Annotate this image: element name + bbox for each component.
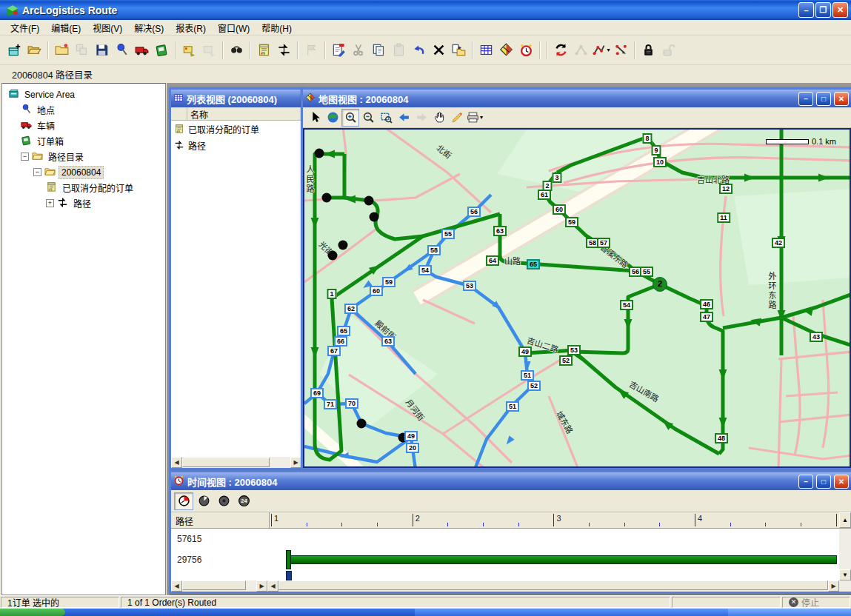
open-project-button[interactable] (24, 40, 44, 60)
taskbar-item[interactable] (415, 609, 728, 616)
menu-item[interactable]: 窗口(W) (212, 20, 256, 36)
stop-dot[interactable] (364, 196, 374, 206)
stop-dot[interactable] (315, 149, 324, 158)
stop-marker[interactable]: 43 (810, 332, 823, 342)
pointer-tool-button[interactable] (306, 109, 324, 127)
stop-marker[interactable]: 62 (344, 304, 358, 314)
tree-item-service-area[interactable]: Service Area (2, 87, 165, 102)
stop-marker[interactable]: 55 (640, 267, 653, 277)
chart-scroll-right-icon[interactable]: ▶ (828, 580, 839, 592)
find-button[interactable] (227, 40, 247, 60)
scroll-up-icon[interactable]: ▲ (839, 512, 851, 528)
stop-marker[interactable]: 59 (382, 277, 396, 287)
map-canvas[interactable]: 0.1 km 北街人民路光街山路吉山北路智溪东路外环东路吉山南路月河街城东路殿前… (303, 128, 851, 468)
scroll-left-icon[interactable]: ◀ (171, 457, 182, 468)
list-hscroll-thumb[interactable] (182, 458, 270, 467)
stop-marker[interactable]: 64 (486, 255, 499, 266)
stop-marker[interactable]: 54 (418, 265, 432, 275)
clock-full-button[interactable] (214, 492, 233, 510)
delete-button[interactable] (429, 40, 449, 60)
stop-marker[interactable]: 65 (337, 326, 350, 336)
stop-marker[interactable]: 66 (334, 336, 347, 346)
stop-marker[interactable]: 10 (653, 157, 667, 167)
new-project-button[interactable] (4, 40, 24, 60)
pan-tool-button[interactable] (430, 109, 448, 127)
new-folder-button[interactable] (52, 40, 72, 60)
stop-marker[interactable]: 52 (559, 355, 573, 366)
time-view-titlebar[interactable]: 时间视图 : 20060804 – □ ✕ (171, 472, 851, 490)
list-item[interactable]: 路径 (171, 137, 301, 153)
location-button[interactable] (112, 40, 132, 60)
time-ruler[interactable]: 1234 (270, 512, 839, 528)
stop-marker[interactable]: 69 (310, 388, 324, 398)
scroll-right-icon[interactable]: ▶ (290, 457, 301, 468)
list-hscrollbar[interactable]: ◀ ▶ (171, 457, 301, 468)
stop-button[interactable]: ✕ 停止 (782, 597, 850, 608)
menu-item[interactable]: 视图(V) (87, 20, 128, 36)
time-vscrollbar[interactable]: ▼ (839, 529, 851, 580)
start-button-sliver[interactable] (0, 609, 65, 616)
stop-dot[interactable] (338, 241, 348, 250)
stop-marker[interactable]: 51 (521, 370, 534, 381)
import-orders-button[interactable] (179, 40, 199, 60)
time-column-header[interactable]: 路径 (171, 512, 270, 528)
stop-marker[interactable]: 53 (463, 281, 476, 291)
tree-item--[interactable]: −路径目录 (2, 149, 165, 164)
zoom-out-tool-button[interactable] (359, 109, 377, 127)
restore-button[interactable]: ❐ (815, 2, 831, 18)
time-maximize-button[interactable]: □ (816, 475, 831, 489)
time-view-button[interactable] (516, 40, 536, 60)
tree-item--[interactable]: 已取消分配的订单 (2, 180, 165, 195)
globe-tool-button[interactable] (324, 109, 341, 127)
print-tool-button[interactable]: ▾ (466, 109, 484, 127)
stop-marker[interactable]: 53 (567, 345, 581, 355)
stop-marker[interactable]: 55 (441, 229, 455, 239)
minimize-button[interactable]: – (798, 2, 814, 18)
tree-item--[interactable]: 车辆 (2, 118, 165, 133)
stop-marker[interactable]: 46 (700, 299, 713, 309)
time-cursor-marker[interactable] (286, 571, 292, 580)
copy-button[interactable] (369, 40, 389, 60)
stop-marker[interactable]: 47 (700, 312, 713, 322)
stop-marker[interactable]: 11 (717, 212, 730, 223)
label-scroll-right-icon[interactable]: ▶ (256, 580, 267, 592)
collapse-icon[interactable]: − (33, 168, 41, 176)
label-scroll-left-icon[interactable]: ◀ (171, 580, 182, 592)
tree-item-20060804[interactable]: −20060804 (2, 164, 165, 180)
build-routes-button[interactable] (551, 40, 571, 60)
menu-item[interactable]: 编辑(E) (45, 20, 87, 36)
chart-hscroll-thumb[interactable] (278, 580, 828, 590)
taskbar-item[interactable] (728, 609, 851, 616)
lock-button[interactable] (638, 40, 658, 60)
orders-list-button[interactable] (254, 40, 274, 60)
list-view-titlebar[interactable]: 列表视图 (20060804) (171, 90, 301, 107)
selected-stop-marker[interactable]: 65 (527, 259, 540, 270)
stop-marker[interactable]: 59 (565, 217, 578, 227)
move-to-folder-button[interactable] (449, 40, 469, 60)
stop-marker[interactable]: 58 (427, 245, 441, 255)
prev-extent-tool-button[interactable] (395, 109, 413, 127)
stop-marker[interactable]: 51 (506, 401, 519, 412)
tree-item--[interactable]: +路径 (2, 195, 165, 211)
reassign-button[interactable]: ▾ (591, 40, 611, 60)
menu-item[interactable]: 报表(R) (170, 20, 212, 36)
zoom-box-tool-button[interactable] (377, 109, 395, 127)
tree-item--[interactable]: 地点 (2, 102, 165, 118)
stop-marker[interactable]: 20 (406, 443, 419, 453)
map-view-button[interactable] (496, 40, 516, 60)
route-time-bar[interactable] (290, 555, 837, 564)
map-maximize-button[interactable]: □ (816, 92, 831, 106)
tree-item--[interactable]: 订单箱 (2, 133, 165, 149)
menu-item[interactable]: 文件(F) (4, 20, 45, 36)
expand-icon[interactable]: + (46, 199, 54, 207)
time-minimize-button[interactable]: – (798, 475, 813, 489)
stop-marker[interactable]: 49 (404, 431, 418, 441)
menu-item[interactable]: 帮助(H) (256, 20, 298, 36)
map-minimize-button[interactable]: – (798, 92, 813, 106)
stop-marker[interactable]: 61 (538, 190, 551, 200)
stop-dot[interactable] (328, 251, 338, 261)
clock-quarter-button[interactable] (174, 492, 193, 510)
list-view-button[interactable] (476, 40, 496, 60)
order-box-button[interactable] (152, 40, 172, 60)
menu-item[interactable]: 解决(S) (128, 20, 170, 36)
